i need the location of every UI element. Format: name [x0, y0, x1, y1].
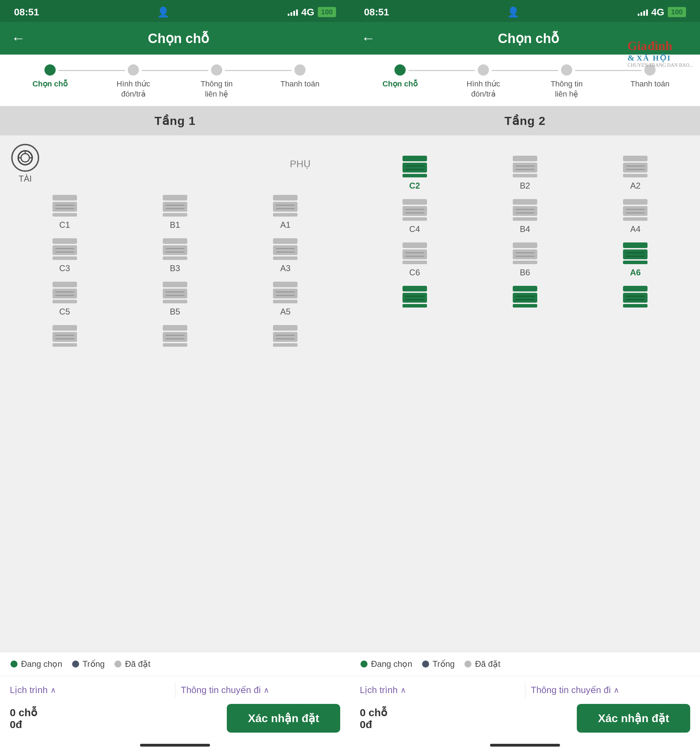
trip-info-link-2[interactable]: Thông tin chuyến đi ∧	[525, 682, 691, 698]
seat-A6[interactable]: A6	[582, 241, 689, 278]
seat-B7[interactable]	[122, 324, 228, 350]
seat-C4[interactable]: C4	[361, 198, 468, 234]
step-2-1[interactable]: Chọn chỗ	[358, 64, 442, 89]
bottom-action-2: 0 chỗ 0đ Xác nhận đặt	[360, 704, 690, 733]
seat-A1[interactable]: A1	[232, 193, 339, 230]
seat-icon-C2	[399, 154, 431, 179]
status-right-1: 4G 100	[288, 7, 336, 18]
battery-1: 100	[318, 7, 336, 17]
seat-A2[interactable]: A2	[582, 154, 689, 191]
status-bar-1: 08:51 👤 4G 100	[0, 0, 350, 22]
seat-B5[interactable]: B5	[122, 280, 228, 317]
seat-C8[interactable]	[361, 284, 468, 311]
seat-price-2: 0đ	[360, 719, 387, 730]
seat-B6[interactable]: B6	[472, 241, 578, 278]
seat-icon-A7	[269, 324, 301, 348]
seat-B4[interactable]: B4	[472, 198, 578, 234]
step-1-4[interactable]: Thanh toán	[258, 64, 342, 89]
status-bar-2: 08:51 👤 4G 100	[350, 0, 700, 22]
watermark-sub: CHUYEN TRANG DAN BAO...	[628, 62, 693, 68]
seat-C7[interactable]	[11, 324, 118, 350]
step-1-3[interactable]: Thông tinliên hệ	[175, 64, 258, 99]
legend-label-empty-1: Trống	[83, 659, 105, 669]
seat-icon-B7	[159, 324, 191, 348]
step-label-2-1: Chọn chỗ	[383, 79, 418, 89]
signal-bars-1	[288, 9, 298, 16]
seat-A8[interactable]	[582, 284, 689, 311]
seat-C1[interactable]: C1	[11, 193, 118, 230]
signal-bars-2	[638, 9, 648, 16]
trip-info-chevron-2: ∧	[614, 686, 619, 695]
seat-icon-C3	[49, 237, 81, 261]
seat-icon-B5	[159, 280, 191, 305]
screen-2: Gia đình & XÃ HỘI CHUYEN TRANG DAN BAO..…	[350, 0, 700, 755]
seat-grid-2: C2 B2 A2	[361, 154, 689, 311]
legend-booked-2: Đã đặt	[464, 659, 500, 669]
seat-icon-A3	[269, 237, 301, 261]
confirm-button-1[interactable]: Xác nhận đặt	[227, 704, 340, 733]
trip-info-chevron-1: ∧	[264, 686, 269, 695]
step-dot-1-1	[44, 64, 56, 76]
step-label-1-4: Thanh toán	[280, 79, 319, 89]
seat-C6[interactable]: C6	[361, 241, 468, 278]
watermark: Gia đình & XÃ HỘI CHUYEN TRANG DAN BAO..…	[628, 39, 693, 68]
watermark-gia: Gia	[628, 39, 647, 53]
step-dot-1-2	[128, 64, 139, 76]
seat-icon-C6	[399, 241, 431, 265]
seat-map-1: TÀI PHỤ C1 B1	[0, 136, 350, 652]
legend-empty-1: Trống	[72, 659, 105, 669]
screen-1: 08:51 👤 4G 100 ← Chọn chỗ Chọn chỗ Hình …	[0, 0, 350, 755]
steps-1: Chọn chỗ Hình thứcđón/trả Thông tinliên …	[0, 55, 350, 106]
seat-icon-B4	[509, 198, 541, 222]
legend-1: Đang chọn Trống Đã đặt	[0, 652, 350, 676]
seat-icon-B6	[509, 241, 541, 265]
seat-A5[interactable]: A5	[232, 280, 339, 317]
seat-A7[interactable]	[232, 324, 339, 350]
seat-icon-A1	[269, 193, 301, 218]
schedule-link-1[interactable]: Lịch trình ∧	[10, 682, 175, 698]
step-label-2-3: Thông tinliên hệ	[550, 79, 583, 99]
floor-tab-2[interactable]: Tầng 2	[350, 106, 700, 136]
back-button-2[interactable]: ←	[361, 30, 375, 46]
step-dot-2-2	[478, 64, 489, 76]
step-label-1-2: Hình thứcđón/trả	[117, 79, 150, 99]
legend-empty-2: Trống	[422, 659, 455, 669]
seat-icon-C8	[399, 284, 431, 309]
seat-A4[interactable]: A4	[582, 198, 689, 234]
driver-label-1: TÀI	[19, 174, 31, 184]
back-button-1[interactable]: ←	[11, 30, 25, 46]
seat-grid-1: C1 B1 A1	[11, 193, 339, 350]
seat-price-1: 0đ	[10, 719, 37, 730]
seat-B1[interactable]: B1	[122, 193, 228, 230]
step-2-3[interactable]: Thông tinliên hệ	[525, 64, 608, 99]
floor-tab-1[interactable]: Tầng 1	[0, 106, 350, 136]
network-2: 4G	[652, 7, 664, 18]
step-label-2-4: Thanh toán	[630, 79, 669, 89]
schedule-link-2[interactable]: Lịch trình ∧	[360, 682, 525, 698]
page-title-1: Chọn chỗ	[32, 31, 325, 46]
seat-C2[interactable]: C2	[361, 154, 468, 191]
trip-info-link-1[interactable]: Thông tin chuyến đi ∧	[175, 682, 341, 698]
step-1-1[interactable]: Chọn chỗ	[8, 64, 92, 89]
seat-B2[interactable]: B2	[472, 154, 578, 191]
seat-icon-C7	[49, 324, 81, 348]
seat-B8[interactable]	[472, 284, 578, 311]
seat-C5[interactable]: C5	[11, 280, 118, 317]
confirm-button-2[interactable]: Xác nhận đặt	[577, 704, 690, 733]
bottom-links-2: Lịch trình ∧ Thông tin chuyến đi ∧	[360, 682, 690, 698]
battery-2: 100	[668, 7, 686, 17]
legend-dot-empty-1	[72, 661, 79, 668]
seat-A3[interactable]: A3	[232, 237, 339, 273]
bottom-bar-1: Lịch trình ∧ Thông tin chuyến đi ∧ 0 chỗ…	[0, 676, 350, 738]
seat-count-1: 0 chỗ	[10, 707, 37, 719]
seat-icon-A4	[619, 198, 651, 222]
step-1-2[interactable]: Hình thứcđón/trả	[92, 64, 175, 99]
seat-C3[interactable]: C3	[11, 237, 118, 273]
legend-selecting-2: Đang chọn	[361, 659, 412, 669]
seat-B3[interactable]: B3	[122, 237, 228, 273]
header-1: ← Chọn chỗ	[0, 22, 350, 55]
bottom-action-1: 0 chỗ 0đ Xác nhận đặt	[10, 704, 340, 733]
step-2-2[interactable]: Hình thứcđón/trả	[442, 64, 525, 99]
seat-icon-B8	[509, 284, 541, 309]
watermark-xahoi: XÃ HỘI	[637, 53, 671, 62]
